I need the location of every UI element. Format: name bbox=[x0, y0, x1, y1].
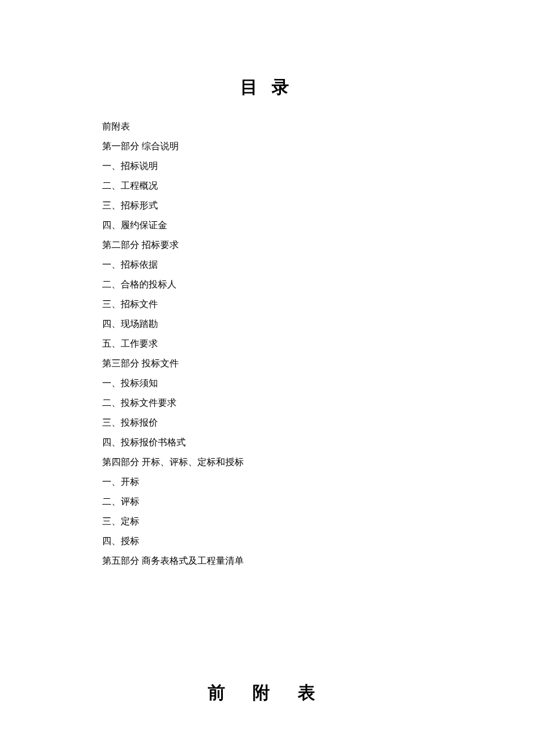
toc-item: 五、工作要求 bbox=[102, 334, 432, 354]
toc-item: 一、招标说明 bbox=[102, 156, 432, 176]
toc-item: 四、现场踏勘 bbox=[102, 314, 432, 334]
toc-item: 二、工程概况 bbox=[102, 176, 432, 196]
toc-item: 第四部分 开标、评标、定标和授标 bbox=[102, 452, 432, 472]
toc-item: 第三部分 投标文件 bbox=[102, 354, 432, 373]
toc-item: 四、授标 bbox=[102, 531, 432, 551]
toc-item: 三、定标 bbox=[102, 512, 432, 531]
toc-item: 第二部分 招标要求 bbox=[102, 235, 432, 255]
toc-item: 一、招标依据 bbox=[102, 255, 432, 275]
page-title: 目 录 bbox=[102, 75, 432, 99]
toc-item: 三、招标形式 bbox=[102, 196, 432, 215]
toc-item: 二、评标 bbox=[102, 492, 432, 512]
toc-item: 一、开标 bbox=[102, 472, 432, 492]
toc-item: 前附表 bbox=[102, 117, 432, 136]
document-page: 目 录 前附表 第一部分 综合说明 一、招标说明 二、工程概况 三、招标形式 四… bbox=[0, 0, 534, 705]
toc-item: 四、履约保证金 bbox=[102, 215, 432, 235]
toc-item: 第一部分 综合说明 bbox=[102, 136, 432, 156]
toc-item: 二、投标文件要求 bbox=[102, 393, 432, 413]
table-of-contents: 前附表 第一部分 综合说明 一、招标说明 二、工程概况 三、招标形式 四、履约保… bbox=[102, 117, 432, 571]
toc-item: 四、投标报价书格式 bbox=[102, 433, 432, 452]
toc-item: 三、招标文件 bbox=[102, 294, 432, 314]
section-subtitle: 前 附 表 bbox=[102, 681, 432, 705]
toc-item: 二、合格的投标人 bbox=[102, 275, 432, 294]
toc-item: 一、投标须知 bbox=[102, 373, 432, 393]
toc-item: 第五部分 商务表格式及工程量清单 bbox=[102, 551, 432, 571]
toc-item: 三、投标报价 bbox=[102, 413, 432, 433]
